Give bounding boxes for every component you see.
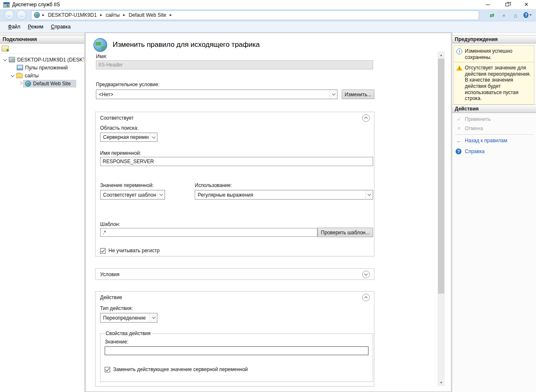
- actions-header: Действия: [452, 105, 536, 113]
- action-type-select[interactable]: Переопределение: [100, 313, 157, 323]
- main-scrollbar[interactable]: ▲ ▼: [438, 51, 445, 386]
- replace-value-checkbox[interactable]: [105, 367, 110, 372]
- menu-view[interactable]: Режим: [24, 22, 47, 31]
- website-globe-icon: [25, 81, 31, 87]
- help-icon: ?: [456, 149, 462, 154]
- folder-icon: [16, 74, 23, 78]
- back-arrow-icon: ←: [7, 12, 12, 18]
- refresh-icon[interactable]: ⇄: [488, 11, 496, 19]
- actions-separator: [455, 134, 533, 135]
- server-icon: [9, 57, 15, 62]
- variable-value-select[interactable]: Соответствует шаблону: [100, 190, 165, 200]
- chevron-expanded-icon[interactable]: [10, 73, 15, 78]
- window-title: Диспетчер служб IIS: [12, 2, 60, 8]
- stop-icon[interactable]: ■: [500, 11, 508, 19]
- connections-toolbar: [0, 44, 84, 54]
- minimize-button[interactable]: [478, 0, 497, 9]
- pattern-input[interactable]: [100, 228, 317, 237]
- back-arrow-icon: ←: [456, 138, 462, 143]
- iis-manager-window: Диспетчер служб IIS × ← → ▶ DESKTOP-U1MK…: [0, 0, 536, 392]
- menu-file[interactable]: Файл: [4, 22, 24, 31]
- minimize-icon: [486, 5, 490, 5]
- value-input[interactable]: [105, 346, 368, 355]
- chevron-expanded-icon[interactable]: [3, 57, 8, 62]
- page-title: Изменить правило для исходящего трафика: [113, 41, 260, 49]
- tree-item-server[interactable]: DESKTOP-U1MK9D1 (DESKTO: [0, 56, 84, 64]
- name-input: [96, 60, 373, 69]
- scope-label: Область поиска:: [100, 125, 139, 131]
- action-properties-group: Свойства действия Значение: Заменить дей…: [100, 333, 373, 382]
- pattern-label: Шаблон:: [100, 221, 120, 227]
- match-section: Соответствует Область поиска: Серверная …: [95, 112, 374, 256]
- scroll-up-icon[interactable]: ▲: [438, 51, 445, 59]
- forward-arrow-icon: →: [19, 12, 24, 18]
- home-icon[interactable]: ⌂: [512, 11, 519, 19]
- ignore-case-checkbox[interactable]: [100, 248, 106, 254]
- cancel-label: Отмена: [465, 126, 483, 131]
- chevron-down-icon[interactable]: [149, 133, 157, 141]
- breadcrumb-separator: ▶: [100, 13, 102, 17]
- precondition-select[interactable]: <Нет>: [96, 90, 338, 99]
- close-button[interactable]: ×: [517, 0, 536, 9]
- window-controls: ×: [478, 0, 536, 9]
- collapse-action-button[interactable]: [362, 294, 370, 301]
- chevron-down-icon[interactable]: [330, 90, 337, 99]
- apply-icon: ✓: [456, 116, 462, 122]
- breadcrumb-item-server[interactable]: DESKTOP-U1MK9D1: [47, 12, 97, 18]
- address-bar: ← → ▶ DESKTOP-U1MK9D1 ▶ сайты ▶ Default …: [0, 9, 536, 21]
- connections-header: Подключения: [0, 35, 84, 44]
- precondition-label: Предварительное условие:: [96, 82, 160, 87]
- variable-value-label: Значение переменной:: [100, 182, 154, 188]
- apply-label: Применить: [465, 116, 491, 122]
- site-globe-icon: [34, 12, 40, 18]
- breadcrumb[interactable]: ▶ DESKTOP-U1MK9D1 ▶ сайты ▶ Default Web …: [31, 10, 479, 20]
- action-properties-title: Свойства действия: [104, 331, 152, 336]
- chevron-down-icon[interactable]: [149, 313, 157, 322]
- create-connection-icon[interactable]: [2, 46, 9, 51]
- name-label: Имя:: [96, 54, 107, 59]
- chevron-down-icon[interactable]: [157, 190, 165, 199]
- page-globe-icon: [93, 38, 107, 52]
- forward-button[interactable]: →: [16, 10, 26, 20]
- edit-precondition-button[interactable]: Изменить...: [342, 90, 374, 99]
- conditions-section: Условия: [95, 268, 374, 280]
- chevron-collapsed-icon[interactable]: [18, 81, 23, 86]
- addressbar-tools: ⇄ ■ ⌂ ?: [484, 11, 532, 19]
- scope-select[interactable]: Серверная переменн: [100, 133, 157, 142]
- alert-info: i Изменения успешно сохранены.: [454, 45, 534, 63]
- help-icon[interactable]: ?: [523, 11, 532, 19]
- chevron-down-icon[interactable]: [365, 190, 373, 199]
- help-link[interactable]: ? Справка: [456, 148, 534, 155]
- alert-warning-text: Отсутствует значение для действия переоп…: [465, 65, 531, 101]
- breadcrumb-separator: ▶: [170, 13, 172, 17]
- restore-button[interactable]: [497, 0, 517, 9]
- test-pattern-button[interactable]: Проверить шаблон...: [317, 228, 373, 237]
- apply-action: ✓ Применить: [456, 115, 534, 123]
- scrollbar-thumb[interactable]: [438, 59, 444, 294]
- connections-tree: DESKTOP-U1MK9D1 (DESKTO Пулы приложений …: [0, 54, 84, 87]
- action-section-title: Действие: [100, 295, 122, 300]
- breadcrumb-separator: ▶: [123, 13, 125, 17]
- using-label: Использование:: [195, 182, 232, 188]
- using-select[interactable]: Регулярные выражения: [195, 190, 373, 200]
- restore-icon: [505, 3, 509, 6]
- back-button[interactable]: ←: [4, 10, 14, 20]
- tree-item-sites[interactable]: сайты: [0, 72, 84, 79]
- scroll-down-icon[interactable]: ▼: [438, 379, 445, 386]
- alerts-header: Предупреждения: [452, 35, 536, 44]
- menu-help[interactable]: Справка: [47, 22, 75, 31]
- replace-value-label: Заменить действующее значение серверной …: [113, 366, 248, 372]
- selected-tree-item: Default Web Site: [23, 80, 76, 87]
- variable-name-input[interactable]: [100, 157, 373, 166]
- collapse-match-button[interactable]: [362, 114, 370, 122]
- action-section: Действие Тип действия: Переопределение С…: [95, 291, 374, 387]
- chevron-up-icon: [364, 117, 368, 120]
- breadcrumb-item-sites[interactable]: сайты: [105, 12, 121, 18]
- tree-item-app-pools[interactable]: Пулы приложений: [0, 64, 84, 72]
- breadcrumb-item-default-web-site[interactable]: Default Web Site: [128, 12, 167, 18]
- ignore-case-label: Не учитывать регистр: [108, 248, 160, 254]
- expand-conditions-button[interactable]: [362, 271, 370, 278]
- tree-item-default-web-site[interactable]: Default Web Site: [0, 79, 84, 87]
- info-icon: i: [456, 49, 462, 54]
- back-to-rules-link[interactable]: ← Назад к правилам: [456, 137, 534, 144]
